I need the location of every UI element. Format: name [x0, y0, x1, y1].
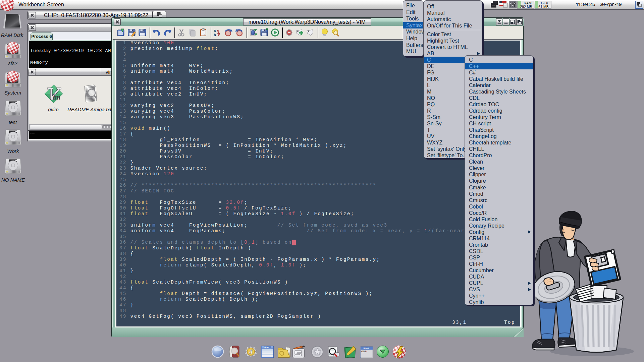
svg-text:Filer: Filer	[264, 346, 269, 349]
svg-text:OS4≡: OS4≡	[361, 350, 367, 353]
svg-text:im: im	[53, 93, 60, 101]
svg-text:4: 4	[249, 348, 253, 356]
svg-text:a: a	[214, 28, 216, 33]
svg-text:b: b	[214, 33, 216, 37]
svg-text:Shell: Shell	[363, 347, 369, 350]
